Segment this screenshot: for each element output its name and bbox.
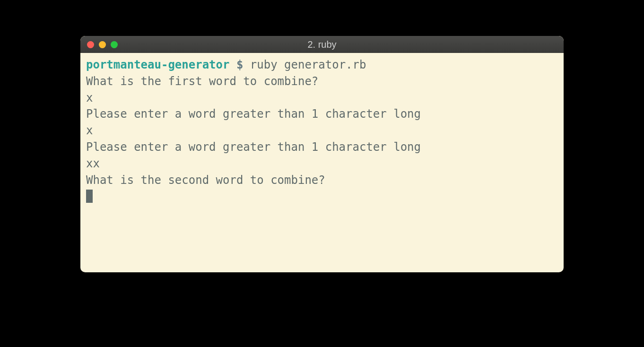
maximize-icon[interactable]: [111, 41, 118, 48]
titlebar[interactable]: 2. ruby: [80, 36, 564, 53]
terminal-window: 2. ruby portmanteau-generator $ ruby gen…: [80, 36, 564, 272]
cursor-line: [86, 188, 558, 205]
cursor-icon: [86, 190, 93, 203]
window-title: 2. ruby: [307, 39, 336, 50]
output-line: What is the first word to combine?: [86, 73, 558, 90]
traffic-lights: [87, 41, 118, 48]
prompt-symbol: $: [229, 58, 250, 71]
output-line: What is the second word to combine?: [86, 172, 558, 189]
minimize-icon[interactable]: [99, 41, 106, 48]
command-text: ruby generator.rb: [250, 58, 366, 71]
output-line: Please enter a word greater than 1 chara…: [86, 139, 558, 156]
output-line: Please enter a word greater than 1 chara…: [86, 106, 558, 122]
input-line: x: [86, 122, 558, 139]
input-line: x: [86, 90, 558, 106]
close-icon[interactable]: [87, 41, 94, 48]
prompt-directory: portmanteau-generator: [86, 58, 229, 71]
terminal-body[interactable]: portmanteau-generator $ ruby generator.r…: [80, 53, 564, 272]
prompt-line: portmanteau-generator $ ruby generator.r…: [86, 57, 558, 73]
input-line: xx: [86, 156, 558, 172]
